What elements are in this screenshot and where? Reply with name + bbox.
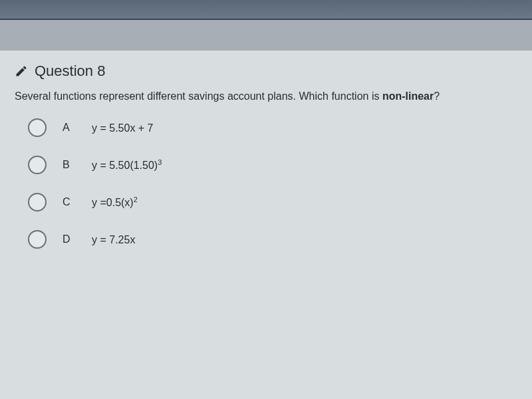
radio-c[interactable] <box>28 193 47 211</box>
option-a[interactable]: A y = 5.50x + 7 <box>28 118 517 137</box>
pencil-icon <box>15 65 28 78</box>
option-c[interactable]: C y =0.5(x)2 <box>28 193 517 211</box>
expr-text: y =0.5(x) <box>92 198 134 209</box>
expr-sup: 3 <box>158 158 162 166</box>
option-expression: y =0.5(x)2 <box>92 196 138 209</box>
option-expression: y = 5.50x + 7 <box>92 121 154 134</box>
prompt-text-suffix: ? <box>434 90 440 102</box>
option-letter: A <box>63 122 76 134</box>
expr-text: y = 5.50(1.50) <box>92 160 158 172</box>
radio-d[interactable] <box>28 230 47 249</box>
question-prompt: Several functions represent different sa… <box>15 89 517 104</box>
radio-a[interactable] <box>28 118 47 137</box>
option-b[interactable]: B y = 5.50(1.50)3 <box>28 156 517 174</box>
radio-b[interactable] <box>28 156 47 174</box>
expr-text: y = 5.50x + 7 <box>92 123 154 134</box>
question-header: Question 8 <box>15 63 517 80</box>
option-expression: y = 7.25x <box>92 233 135 246</box>
prompt-text-prefix: Several functions represent different sa… <box>15 90 382 102</box>
option-letter: D <box>63 233 76 245</box>
option-letter: B <box>63 159 76 171</box>
expr-sup: 2 <box>134 196 138 203</box>
option-d[interactable]: D y = 7.25x <box>28 230 517 249</box>
option-expression: y = 5.50(1.50)3 <box>92 158 162 172</box>
option-letter: C <box>63 196 76 208</box>
expr-text: y = 7.25x <box>92 235 135 246</box>
toolbar-spacer <box>0 20 532 50</box>
prompt-bold: non-linear <box>382 90 434 102</box>
question-number: Question 8 <box>35 63 105 80</box>
browser-top-chrome <box>0 0 532 20</box>
options-list: A y = 5.50x + 7 B y = 5.50(1.50)3 C y =0… <box>15 118 517 249</box>
quiz-content: Question 8 Several functions represent d… <box>0 50 532 399</box>
